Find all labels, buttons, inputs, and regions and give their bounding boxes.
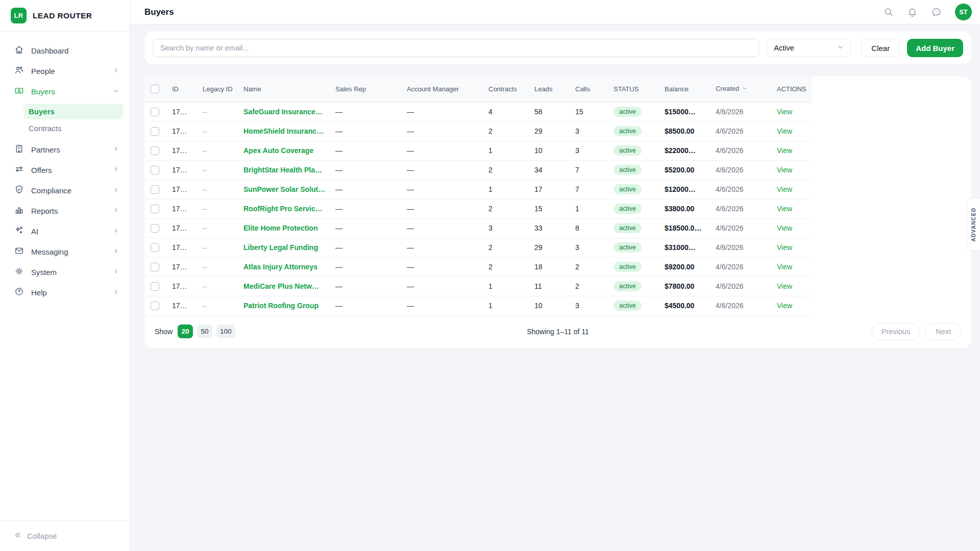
row-checkbox[interactable] xyxy=(151,185,159,194)
chevron-right-icon xyxy=(112,247,119,256)
buyer-calls: 7 xyxy=(570,180,608,199)
buyer-status-cell: active xyxy=(608,160,659,180)
buyer-name-link[interactable]: SafeGuard Insurance… xyxy=(243,108,323,116)
previous-button[interactable]: Previous xyxy=(871,323,920,340)
buyer-contracts: 4 xyxy=(483,102,529,121)
view-link[interactable]: View xyxy=(777,166,792,174)
buyer-created: 4/6/2026 xyxy=(710,141,772,160)
view-link[interactable]: View xyxy=(777,205,792,213)
search-icon[interactable] xyxy=(883,7,894,17)
view-link[interactable]: View xyxy=(777,127,792,135)
sidebar-item-messaging[interactable]: Messaging xyxy=(0,241,130,262)
buyer-status-cell: active xyxy=(608,121,659,141)
status-badge: active xyxy=(614,242,642,253)
view-link[interactable]: View xyxy=(777,108,792,116)
buyer-name-link[interactable]: MediCare Plus Netw… xyxy=(243,282,319,290)
buyer-name-link[interactable]: Liberty Legal Funding xyxy=(243,243,318,252)
buyer-legacy-id: – xyxy=(198,218,238,238)
buyer-name-link[interactable]: BrightStar Health Pla… xyxy=(243,166,322,174)
row-checkbox[interactable] xyxy=(151,302,159,310)
status-badge: active xyxy=(614,281,642,292)
sidebar-item-partners[interactable]: Partners xyxy=(0,139,130,160)
buyer-name-link[interactable]: Atlas Injury Attorneys xyxy=(243,263,317,271)
buyer-actions-cell: View xyxy=(772,160,813,180)
buyer-id: 17… xyxy=(167,121,198,141)
sidebar-collapse-button[interactable]: Collapse xyxy=(0,520,130,551)
row-checkbox[interactable] xyxy=(151,243,159,252)
view-link[interactable]: View xyxy=(777,302,792,310)
sidebar-subitem-contracts[interactable]: Contracts xyxy=(23,120,124,136)
page-size-20[interactable]: 20 xyxy=(178,324,193,338)
row-checkbox[interactable] xyxy=(151,127,159,136)
buyer-status-cell: active xyxy=(608,238,659,257)
sidebar-item-offers[interactable]: Offers xyxy=(0,160,130,180)
buyer-actions-cell: View xyxy=(772,218,813,238)
bell-icon[interactable] xyxy=(907,7,918,17)
clear-button[interactable]: Clear xyxy=(861,39,900,57)
avatar[interactable]: ST xyxy=(955,4,972,20)
buyer-id: 17… xyxy=(167,160,198,180)
chevron-right-icon xyxy=(112,145,119,154)
buyer-status-cell: active xyxy=(608,257,659,277)
view-link[interactable]: View xyxy=(777,146,792,155)
buyer-legacy-id: – xyxy=(198,160,238,180)
row-checkbox[interactable] xyxy=(151,205,159,213)
sidebar-item-compliance[interactable]: Compliance xyxy=(0,180,130,201)
sidebar-item-people[interactable]: People xyxy=(0,61,130,81)
view-link[interactable]: View xyxy=(777,263,792,271)
add-buyer-button[interactable]: Add Buyer xyxy=(907,39,963,57)
buyer-name-link[interactable]: Patriot Roofing Group xyxy=(243,302,318,310)
sidebar-item-buyers[interactable]: Buyers xyxy=(0,81,130,102)
chat-icon[interactable] xyxy=(931,7,942,17)
pagination-bar: Show 20 50 100 Showing 1–11 of 11 Previo… xyxy=(144,316,971,348)
column-header-actions: ACTIONS xyxy=(772,77,813,102)
search-input[interactable] xyxy=(153,39,759,57)
buyer-id: 17… xyxy=(167,218,198,238)
sidebar-item-system[interactable]: System xyxy=(0,262,130,282)
buyer-sales-rep: — xyxy=(330,277,402,296)
view-link[interactable]: View xyxy=(777,282,792,290)
column-header-created[interactable]: Created xyxy=(710,77,772,102)
next-button[interactable]: Next xyxy=(925,323,961,340)
sidebar-item-reports[interactable]: Reports xyxy=(0,201,130,221)
row-checkbox-cell xyxy=(144,121,167,141)
buyer-name-link[interactable]: Elite Home Protection xyxy=(243,224,317,232)
buyer-name-link[interactable]: RoofRight Pro Servic… xyxy=(243,205,323,213)
buyers-submenu: Buyers Contracts xyxy=(0,102,130,139)
sidebar-item-help[interactable]: Help xyxy=(0,282,130,303)
buyer-name-cell: SafeGuard Insurance… xyxy=(238,102,330,121)
buyer-actions-cell: View xyxy=(772,199,813,218)
buyer-sales-rep: — xyxy=(330,238,402,257)
row-checkbox[interactable] xyxy=(151,263,159,271)
row-checkbox[interactable] xyxy=(151,224,159,233)
row-checkbox[interactable] xyxy=(151,146,159,155)
buyer-name-cell: Liberty Legal Funding xyxy=(238,238,330,257)
buyer-name-link[interactable]: Apex Auto Coverage xyxy=(243,146,313,155)
view-link[interactable]: View xyxy=(777,243,792,252)
buyer-name-link[interactable]: HomeShield Insuranc… xyxy=(243,127,324,135)
select-all-checkbox[interactable] xyxy=(151,85,159,93)
view-link[interactable]: View xyxy=(777,185,792,193)
buyer-balance: $22000… xyxy=(659,141,710,160)
buyer-leads: 10 xyxy=(529,296,570,315)
buyer-contracts: 1 xyxy=(483,277,529,296)
bar-chart-icon xyxy=(14,205,24,216)
buyer-status-cell: active xyxy=(608,141,659,160)
show-label: Show xyxy=(155,328,173,336)
advanced-drawer-tab[interactable]: ADVANCED xyxy=(966,198,980,251)
status-filter-select[interactable]: Active xyxy=(766,39,851,57)
row-checkbox[interactable] xyxy=(151,282,159,291)
sidebar-subitem-buyers[interactable]: Buyers xyxy=(23,104,124,119)
sidebar-item-ai[interactable]: AI xyxy=(0,221,130,241)
view-link[interactable]: View xyxy=(777,224,792,232)
page-size-50[interactable]: 50 xyxy=(197,324,212,338)
buyer-created: 4/6/2026 xyxy=(710,121,772,141)
row-checkbox[interactable] xyxy=(151,108,159,116)
row-checkbox[interactable] xyxy=(151,166,159,174)
buyer-calls: 3 xyxy=(570,238,608,257)
buyer-account-manager: — xyxy=(402,141,483,160)
page-size-100[interactable]: 100 xyxy=(216,324,235,338)
buyer-name-link[interactable]: SunPower Solar Solut… xyxy=(243,185,325,193)
brand-name: LEAD ROUTER xyxy=(33,11,92,20)
sidebar-item-dashboard[interactable]: Dashboard xyxy=(0,40,130,61)
